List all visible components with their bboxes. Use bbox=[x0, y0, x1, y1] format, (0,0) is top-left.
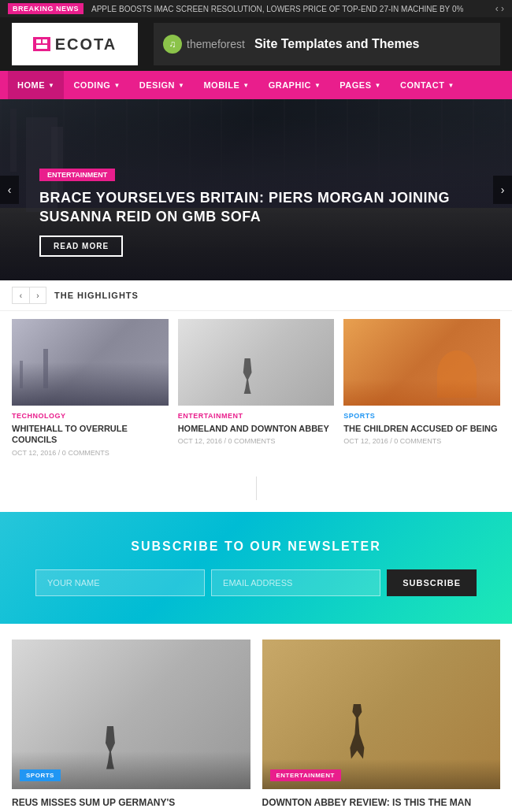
nav-bar: HOME ▼ CODING ▼ DESIGN ▼ MOBILE ▼ GRAPHI… bbox=[0, 71, 512, 99]
hero-read-more-button[interactable]: READ MORE bbox=[39, 235, 123, 257]
card-3-category: SPORTS bbox=[343, 412, 500, 420]
nav-home-arrow: ▼ bbox=[48, 82, 54, 89]
themeforest-icon: ♫ bbox=[163, 35, 182, 54]
bottom-card-2: ENTERTAINMENT DOWNTON ABBEY REVIEW: IS T… bbox=[262, 640, 501, 812]
breaking-nav-arrows[interactable]: ‹ › bbox=[495, 3, 504, 14]
newsletter-email-input[interactable] bbox=[211, 569, 380, 596]
divider-line bbox=[256, 476, 257, 500]
card-3-image bbox=[343, 319, 500, 406]
bottom-card-2-tag: ENTERTAINMENT bbox=[270, 769, 341, 781]
logo-area: ECOTA bbox=[12, 23, 138, 65]
hero-tag: ENTERTAINMENT bbox=[39, 169, 115, 181]
card-2-image bbox=[178, 319, 335, 406]
svg-rect-2 bbox=[36, 45, 47, 49]
nav-graphic-arrow: ▼ bbox=[314, 82, 321, 89]
logo-icon bbox=[33, 37, 50, 51]
card-1: TECHNOLOGY WHITEHALL TO OVERRULE COUNCIL… bbox=[12, 319, 169, 457]
bottom-card-1: SPORTS REUS MISSES SUM UP GERMANY'S Got … bbox=[12, 640, 250, 812]
nav-item-design[interactable]: DESIGN ▼ bbox=[130, 71, 195, 99]
nav-item-mobile[interactable]: MOBILE ▼ bbox=[194, 71, 258, 99]
nav-item-pages[interactable]: PAGES ▼ bbox=[330, 71, 391, 99]
ad-banner: ♫ themeforest Site Templates and Themes bbox=[154, 23, 500, 65]
card-2-category: ENTERTAINMENT bbox=[178, 412, 335, 420]
hero-prev-button[interactable]: ‹ bbox=[0, 176, 19, 204]
hero-title: BRACE YOURSELVES BRITAIN: PIERS MORGAN J… bbox=[39, 189, 473, 226]
nav-item-graphic[interactable]: GRAPHIC ▼ bbox=[259, 71, 331, 99]
highlights-header: ‹ › THE HIGHLIGHTS bbox=[0, 280, 512, 311]
nav-mobile-arrow: ▼ bbox=[243, 82, 249, 89]
newsletter-name-input[interactable] bbox=[35, 569, 205, 596]
nav-design-arrow: ▼ bbox=[178, 82, 184, 89]
nav-contact-arrow: ▼ bbox=[447, 82, 454, 89]
svg-rect-1 bbox=[43, 39, 47, 43]
card-2-meta: OCT 12, 2016 / 0 COMMENTS bbox=[178, 437, 335, 445]
highlights-title: THE HIGHLIGHTS bbox=[54, 291, 139, 300]
bottom-card-2-title: DOWNTON ABBEY REVIEW: IS THIS THE MAN bbox=[262, 797, 501, 810]
newsletter-section: SUBSCRIBE TO OUR NEWSLETER SUBSCRIBE bbox=[0, 512, 512, 624]
top-banner: ECOTA ♫ themeforest Site Templates and T… bbox=[0, 17, 512, 71]
card-3: SPORTS THE CHILDREN ACCUSED OF BEING OCT… bbox=[343, 319, 500, 457]
card-3-meta: OCT 12, 2016 / 0 COMMENTS bbox=[343, 437, 500, 445]
hero-slider: ENTERTAINMENT BRACE YOURSELVES BRITAIN: … bbox=[0, 99, 512, 280]
card-1-title: WHITEHALL TO OVERRULE COUNCILS bbox=[12, 423, 169, 446]
highlights-prev-button[interactable]: ‹ bbox=[12, 287, 29, 304]
hero-content: ENTERTAINMENT BRACE YOURSELVES BRITAIN: … bbox=[39, 166, 473, 257]
newsletter-form: SUBSCRIBE bbox=[35, 569, 477, 596]
nav-item-home[interactable]: HOME ▼ bbox=[8, 71, 64, 99]
card-1-meta: OCT 12, 2016 / 0 COMMENTS bbox=[12, 449, 169, 457]
bottom-card-2-image: ENTERTAINMENT bbox=[262, 640, 501, 789]
highlights-next-button[interactable]: › bbox=[29, 287, 46, 304]
card-1-category: TECHNOLOGY bbox=[12, 412, 169, 420]
nav-item-contact[interactable]: CONTACT ▼ bbox=[391, 71, 464, 99]
bottom-card-1-image: SPORTS bbox=[12, 640, 250, 789]
card-3-title: THE CHILDREN ACCUSED OF BEING bbox=[343, 423, 500, 434]
card-2: ENTERTAINMENT HOMELAND AND DOWNTON ABBEY… bbox=[178, 319, 335, 457]
breaking-news-bar: BREAKING NEWS APPLE BOOSTS IMAC SCREEN R… bbox=[0, 0, 512, 17]
highlights-nav: ‹ › bbox=[12, 287, 46, 304]
svg-rect-0 bbox=[36, 39, 41, 43]
bottom-card-1-tag: SPORTS bbox=[20, 769, 61, 781]
breaking-label: BREAKING NEWS bbox=[8, 3, 83, 14]
ad-title: Site Templates and Themes bbox=[254, 37, 420, 51]
bottom-card-1-title: REUS MISSES SUM UP GERMANY'S bbox=[12, 797, 250, 810]
newsletter-title: SUBSCRIBE TO OUR NEWSLETER bbox=[16, 539, 496, 554]
nav-pages-arrow: ▼ bbox=[375, 82, 381, 89]
nav-item-coding[interactable]: CODING ▼ bbox=[64, 71, 129, 99]
section-divider bbox=[0, 465, 512, 512]
nav-coding-arrow: ▼ bbox=[113, 82, 120, 89]
card-2-title: HOMELAND AND DOWNTON ABBEY bbox=[178, 423, 335, 434]
breaking-text: APPLE BOOSTS IMAC SCREEN RESOLUTION, LOW… bbox=[91, 5, 495, 13]
bottom-cards-section: SPORTS REUS MISSES SUM UP GERMANY'S Got … bbox=[0, 624, 512, 812]
logo-text: ECOTA bbox=[55, 35, 117, 54]
hero-next-button[interactable]: › bbox=[493, 176, 512, 204]
newsletter-subscribe-button[interactable]: SUBSCRIBE bbox=[387, 569, 477, 596]
ad-logo: ♫ themeforest bbox=[163, 35, 245, 54]
cards-grid: TECHNOLOGY WHITEHALL TO OVERRULE COUNCIL… bbox=[0, 311, 512, 465]
card-1-image bbox=[12, 319, 169, 406]
site-name: themeforest bbox=[187, 38, 245, 50]
